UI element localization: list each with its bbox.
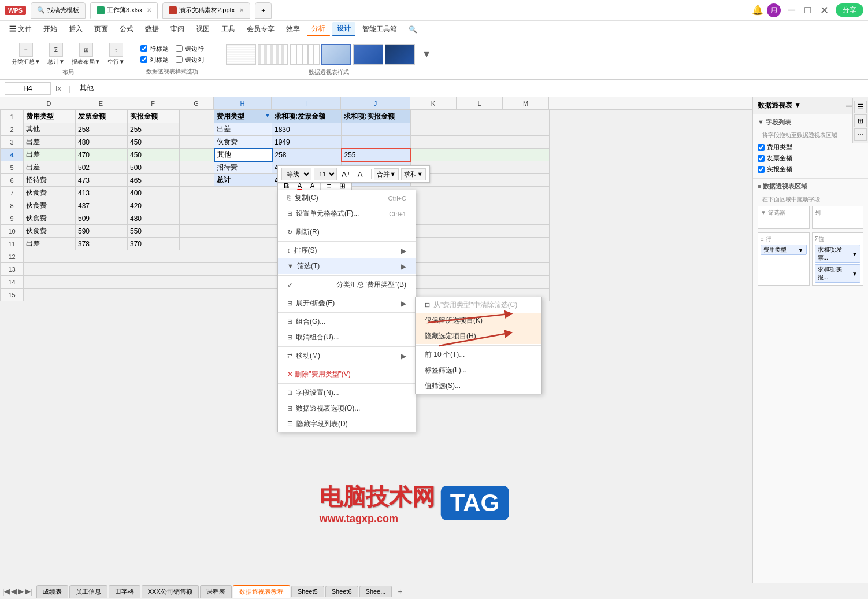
- side-icon-1[interactable]: ☰: [854, 101, 867, 113]
- menu-vip[interactable]: 会员专享: [242, 23, 279, 36]
- cell-K1[interactable]: [411, 110, 457, 123]
- tab-nav-prev[interactable]: ◀: [11, 587, 17, 596]
- cell-J2[interactable]: [342, 123, 411, 136]
- field-checkbox-actual[interactable]: [758, 166, 765, 173]
- cell-F6[interactable]: 465: [128, 174, 180, 187]
- banded-row-check[interactable]: 镶边行: [176, 45, 204, 53]
- menu-tools[interactable]: 工具: [217, 23, 240, 36]
- sheet-tab-sheet6[interactable]: Sheet6: [325, 586, 358, 597]
- ctx-move[interactable]: ⇄移动(M) ▶: [278, 348, 416, 364]
- sheet-tab-grid[interactable]: 田字格: [109, 585, 140, 598]
- cell-E10[interactable]: 590: [76, 225, 128, 238]
- col-header-G[interactable]: G: [179, 97, 214, 109]
- style-item-5[interactable]: [353, 44, 383, 65]
- xlsx-tab-close[interactable]: ✕: [147, 7, 151, 13]
- cell-F2[interactable]: 255: [128, 123, 180, 136]
- cell-F8[interactable]: 420: [128, 199, 180, 212]
- font-select[interactable]: 等线: [281, 168, 311, 180]
- pptx-tab-close[interactable]: ✕: [239, 7, 244, 13]
- cell-M1[interactable]: [503, 110, 550, 123]
- sheet-tab-sheetelipsis[interactable]: Shee...: [359, 586, 392, 597]
- ctx-delete-field[interactable]: ✕ 删除"费用类型"(V): [278, 367, 416, 382]
- cell-J1[interactable]: 求和项:实报金额: [342, 110, 411, 123]
- ctx-expand[interactable]: ⊞展开/折叠(E) ▶: [278, 295, 416, 311]
- style-item-3[interactable]: [290, 44, 320, 65]
- ctx-field-settings[interactable]: ⊞字段设置(N)...: [278, 385, 416, 401]
- cell-H3[interactable]: 伙食费: [214, 136, 272, 149]
- cell-D6[interactable]: 招待费: [24, 174, 76, 187]
- menu-formula[interactable]: 公式: [115, 23, 138, 36]
- submenu-value-filter[interactable]: 值筛选(S)...: [416, 378, 541, 394]
- ctx-subtotal-field[interactable]: 分类汇总"费用类型"(B): [278, 277, 416, 293]
- side-icon-2[interactable]: ⊞: [854, 114, 867, 127]
- sheet-tab-employees[interactable]: 员工信息: [69, 585, 107, 598]
- font-size-select[interactable]: 11: [314, 168, 337, 180]
- cell-E7[interactable]: 413: [76, 187, 128, 199]
- notification-icon[interactable]: 🔔: [752, 5, 763, 16]
- window-close[interactable]: ✕: [817, 4, 832, 17]
- cell-K3[interactable]: [411, 136, 457, 149]
- field-item-cost-type[interactable]: 费用类型: [758, 142, 863, 153]
- cell-E1[interactable]: 发票金额: [76, 110, 128, 123]
- style-item-6[interactable]: [385, 44, 415, 65]
- cell-E9[interactable]: 509: [76, 212, 128, 225]
- cell-E3[interactable]: 480: [76, 136, 128, 149]
- cell-F9[interactable]: 480: [128, 212, 180, 225]
- menu-page[interactable]: 页面: [90, 23, 113, 36]
- cell-F7[interactable]: 400: [128, 187, 180, 199]
- col-header-L[interactable]: L: [457, 97, 503, 109]
- banded-col-checkbox[interactable]: [176, 56, 183, 63]
- more-styles-btn[interactable]: ▼: [420, 47, 433, 62]
- sheet-tab-nav[interactable]: |◀ ◀ ▶ ▶|: [2, 587, 33, 596]
- cell-H1[interactable]: 费用类型 ▼: [214, 110, 272, 123]
- col-header-checkbox[interactable]: [140, 56, 147, 63]
- cell-K4[interactable]: [411, 149, 457, 161]
- menu-review[interactable]: 审阅: [166, 23, 189, 36]
- cell-M4[interactable]: [503, 149, 550, 161]
- merge-cells-btn[interactable]: 合并▼: [374, 168, 399, 180]
- cell-D7[interactable]: 伙食费: [24, 187, 76, 199]
- ctx-ungroup[interactable]: ⊟取消组合(U)...: [278, 330, 416, 345]
- font-decrease-btn[interactable]: A⁻: [355, 169, 369, 180]
- submenu-clear-filter[interactable]: ⊟从"费用类型"中清除筛选(C): [416, 297, 541, 313]
- ctx-sort[interactable]: ↕排序(S) ▶: [278, 243, 416, 258]
- sheet-tab-gradebook[interactable]: 成绩表: [36, 585, 68, 598]
- cell-M5[interactable]: [503, 161, 550, 174]
- cell-D8[interactable]: 伙食费: [24, 199, 76, 212]
- cell-D4[interactable]: 出差: [24, 149, 76, 161]
- tab-nav-first[interactable]: |◀: [2, 587, 10, 596]
- cell-F5[interactable]: 500: [128, 161, 180, 174]
- cell-M6[interactable]: [503, 174, 550, 187]
- col-header-check[interactable]: 列标题: [140, 56, 169, 64]
- cell-G5[interactable]: [180, 161, 214, 174]
- window-minimize[interactable]: ─: [784, 4, 799, 16]
- col-header-M[interactable]: M: [503, 97, 549, 109]
- cell-I4[interactable]: 258: [272, 149, 342, 161]
- ctx-refresh[interactable]: ↻刷新(R): [278, 224, 416, 240]
- ctx-format[interactable]: ⊞设置单元格格式(F)... Ctrl+1: [278, 206, 416, 221]
- col-header-I[interactable]: I: [272, 97, 341, 109]
- menu-smart[interactable]: 智能工具箱: [358, 23, 402, 36]
- submenu-keep-selected[interactable]: 仅保留所选项目(K): [416, 313, 541, 328]
- cell-H2[interactable]: 出差: [214, 123, 272, 136]
- cell-D9[interactable]: 伙食费: [24, 212, 76, 225]
- cell-F4[interactable]: 450: [128, 149, 180, 161]
- blank-row-btn[interactable]: ↕ 空行▼: [105, 42, 127, 67]
- sheet-tab-sales[interactable]: XXX公司销售额: [142, 585, 199, 598]
- field-checkbox-invoice[interactable]: [758, 155, 765, 162]
- cell-I2[interactable]: 1830: [272, 123, 342, 136]
- cell-F10[interactable]: 550: [128, 225, 180, 238]
- col-header-K[interactable]: K: [410, 97, 457, 109]
- col-header-D[interactable]: D: [23, 97, 75, 109]
- cell-F11[interactable]: 370: [128, 238, 180, 250]
- submenu-label-filter[interactable]: 标签筛选(L)...: [416, 363, 541, 378]
- value-tag-invoice[interactable]: 求和项:发票... ▼: [815, 245, 861, 263]
- cell-G6[interactable]: [180, 174, 214, 187]
- sheet-tab-schedule[interactable]: 课程表: [200, 585, 232, 598]
- cell-F1[interactable]: 实报金额: [128, 110, 180, 123]
- menu-insert[interactable]: 插入: [64, 23, 87, 36]
- style-item-4[interactable]: [321, 44, 351, 65]
- value-tag-actual[interactable]: 求和项:实报... ▼: [815, 264, 861, 283]
- col-header-J[interactable]: J: [341, 97, 410, 109]
- font-increase-btn[interactable]: A⁺: [339, 169, 353, 180]
